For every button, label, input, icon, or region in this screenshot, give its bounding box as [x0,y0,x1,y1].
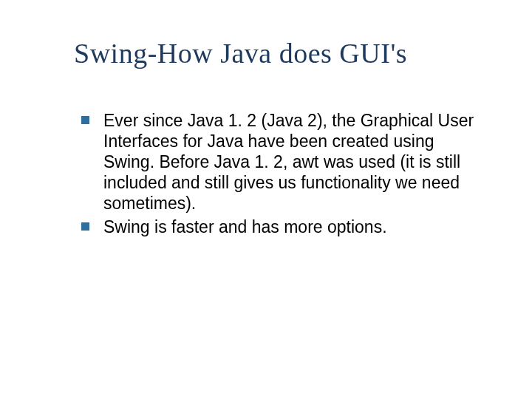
bullet-list: Ever since Java 1. 2 (Java 2), the Graph… [81,110,488,237]
list-item: Ever since Java 1. 2 (Java 2), the Graph… [81,110,488,214]
slide-title: Swing-How Java does GUI's [74,37,488,69]
bullet-square-icon [81,222,89,231]
slide: Swing-How Java does GUI's Ever since Jav… [0,0,532,399]
list-item: Swing is faster and has more options. [81,216,488,237]
bullet-text: Ever since Java 1. 2 (Java 2), the Graph… [103,111,474,213]
bullet-square-icon [81,116,89,124]
bullet-text: Swing is faster and has more options. [103,217,387,236]
